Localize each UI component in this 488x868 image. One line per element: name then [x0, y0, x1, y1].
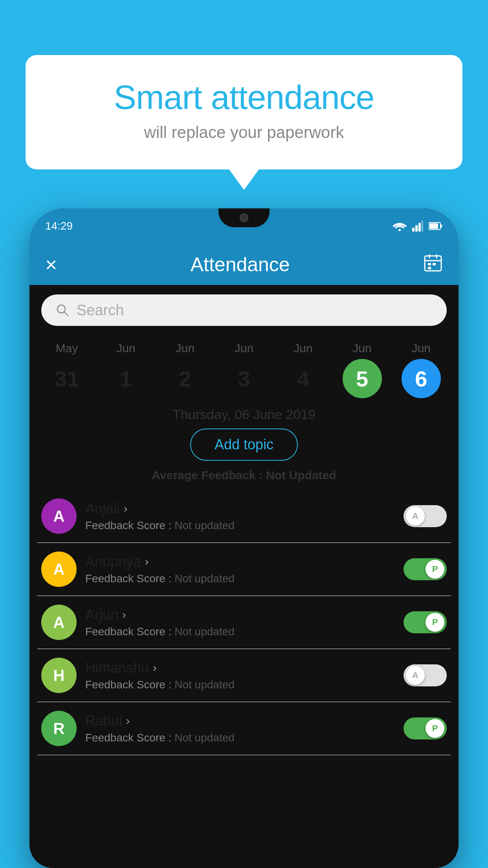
svg-rect-7	[429, 223, 438, 229]
attendance-toggle[interactable]: A	[404, 664, 447, 686]
calendar-day[interactable]: Jun3	[220, 342, 268, 398]
student-info: Anjali ›Feedback Score : Not updated	[85, 500, 395, 532]
student-name: Anjali ›	[85, 500, 395, 517]
feedback-value: Not updated	[174, 679, 235, 691]
bubble-subtitle: will replace your paperwork	[57, 123, 431, 142]
student-feedback: Feedback Score : Not updated	[85, 732, 395, 744]
cal-date-number: 2	[165, 359, 205, 398]
wifi-icon	[393, 221, 407, 232]
phone-frame: 14:29	[29, 208, 459, 868]
svg-rect-13	[433, 263, 436, 265]
chevron-right-icon: ›	[126, 715, 130, 727]
student-info: Arjun ›Feedback Score : Not updated	[85, 607, 395, 638]
student-name: Rahul ›	[85, 713, 395, 729]
signal-icon	[412, 221, 423, 232]
cal-date-number: 5	[343, 359, 382, 398]
search-icon	[55, 303, 70, 317]
cal-date-number: 3	[224, 359, 264, 398]
app-title: Attendance	[191, 253, 290, 276]
bubble-title: Smart attendance	[57, 79, 431, 116]
student-info: Himanshu ›Feedback Score : Not updated	[85, 660, 395, 691]
attendance-toggle[interactable]: P	[404, 558, 447, 580]
status-time: 14:29	[45, 220, 73, 232]
student-list: AAnjali ›Feedback Score : Not updatedAAA…	[29, 490, 459, 755]
avg-feedback-value: Not Updated	[266, 469, 336, 482]
attendance-toggle[interactable]: A	[404, 505, 447, 527]
cal-date-number: 4	[283, 359, 323, 398]
svg-rect-2	[415, 225, 418, 232]
cal-month-label: Jun	[412, 342, 431, 355]
student-avatar: A	[41, 498, 77, 534]
cal-month-label: May	[56, 342, 78, 355]
selected-date: Thursday, 06 June 2019	[29, 407, 459, 422]
svg-rect-14	[428, 267, 431, 269]
chevron-right-icon: ›	[153, 662, 156, 674]
attendance-toggle[interactable]: P	[404, 611, 447, 633]
student-avatar: H	[41, 658, 77, 693]
svg-point-0	[398, 229, 401, 231]
student-item[interactable]: AAnupriya ›Feedback Score : Not updatedP	[37, 543, 451, 596]
student-avatar: A	[41, 552, 77, 587]
calendar-day[interactable]: May31	[43, 342, 90, 398]
cal-month-label: Jun	[116, 342, 135, 355]
cal-date-number: 6	[402, 359, 441, 398]
attendance-toggle[interactable]: P	[404, 717, 447, 739]
student-avatar: A	[41, 605, 77, 640]
calendar-day[interactable]: Jun4	[279, 342, 327, 398]
toggle-knob: P	[426, 719, 444, 738]
svg-rect-12	[428, 263, 431, 265]
student-info: Rahul ›Feedback Score : Not updated	[85, 713, 395, 744]
add-topic-button[interactable]: Add topic	[190, 428, 298, 461]
calendar-day[interactable]: Jun5	[339, 342, 386, 398]
student-item[interactable]: RRahul ›Feedback Score : Not updatedP	[37, 702, 451, 755]
cal-date-number: 1	[106, 359, 145, 398]
svg-rect-3	[418, 223, 421, 232]
toggle-knob: A	[406, 666, 425, 685]
svg-rect-4	[422, 221, 423, 232]
student-feedback: Feedback Score : Not updated	[85, 679, 395, 691]
feedback-value: Not updated	[174, 519, 235, 531]
cal-month-label: Jun	[352, 342, 371, 355]
calendar-day[interactable]: Jun1	[102, 342, 149, 398]
feedback-value: Not updated	[174, 572, 235, 585]
student-item[interactable]: AAnjali ›Feedback Score : Not updatedA	[37, 490, 451, 543]
chevron-right-icon: ›	[124, 502, 127, 515]
search-bar[interactable]: Search	[41, 294, 447, 326]
screen-content: Search May31Jun1Jun2Jun3Jun4Jun5Jun6 Thu…	[29, 285, 459, 755]
avg-feedback: Average Feedback : Not Updated	[29, 469, 459, 482]
app-header: × Attendance	[29, 244, 459, 285]
cal-month-label: Jun	[176, 342, 194, 355]
cal-month-label: Jun	[294, 342, 312, 355]
toggle-knob: A	[406, 507, 425, 526]
student-feedback: Feedback Score : Not updated	[85, 625, 395, 638]
calendar-icon	[423, 253, 443, 272]
student-avatar: R	[41, 711, 77, 746]
battery-icon	[429, 222, 443, 230]
chevron-right-icon: ›	[145, 555, 149, 568]
cal-date-number: 31	[47, 359, 86, 398]
student-info: Anupriya ›Feedback Score : Not updated	[85, 554, 395, 585]
student-item[interactable]: AArjun ›Feedback Score : Not updatedP	[37, 596, 451, 649]
calendar-day[interactable]: Jun6	[398, 342, 445, 398]
student-feedback: Feedback Score : Not updated	[85, 572, 395, 585]
svg-rect-1	[412, 228, 415, 232]
search-placeholder: Search	[77, 302, 124, 319]
svg-line-16	[64, 312, 68, 316]
status-bar: 14:29	[29, 208, 459, 244]
calendar-day[interactable]: Jun2	[161, 342, 209, 398]
student-name: Arjun ›	[85, 607, 395, 623]
svg-rect-6	[440, 224, 442, 228]
feedback-value: Not updated	[174, 625, 235, 638]
student-feedback: Feedback Score : Not updated	[85, 519, 395, 532]
student-item[interactable]: HHimanshu ›Feedback Score : Not updatedA	[37, 649, 451, 702]
close-button[interactable]: ×	[45, 253, 57, 276]
speech-bubble-container: Smart attendance will replace your paper…	[26, 55, 462, 169]
calendar-button[interactable]	[423, 253, 443, 276]
cal-month-label: Jun	[235, 342, 253, 355]
student-name: Anupriya ›	[85, 554, 395, 570]
calendar-row: May31Jun1Jun2Jun3Jun4Jun5Jun6	[29, 334, 459, 398]
toggle-knob: P	[426, 613, 444, 632]
chevron-right-icon: ›	[122, 609, 126, 621]
avg-feedback-label: Average Feedback :	[152, 469, 262, 482]
speech-bubble: Smart attendance will replace your paper…	[26, 55, 462, 169]
